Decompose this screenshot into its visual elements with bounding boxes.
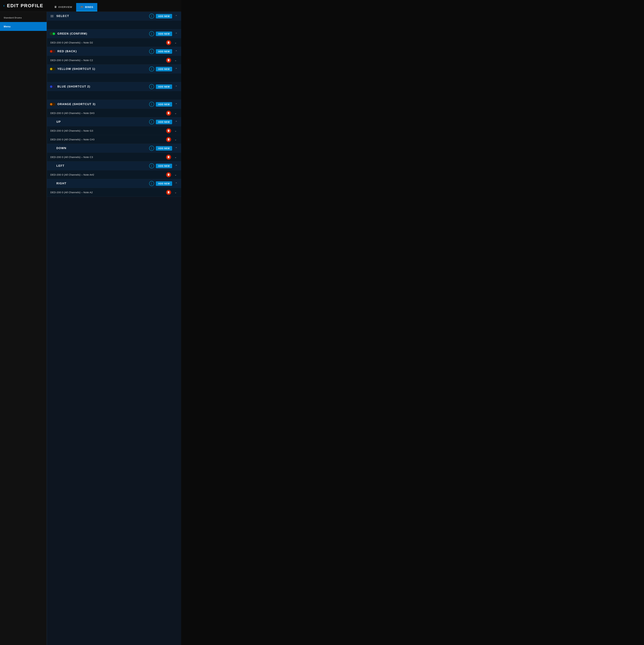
- section-title-select: SELECT: [56, 14, 147, 18]
- add-new-button-left[interactable]: ADD NEW: [156, 164, 172, 168]
- bind-label: DED-200 0 (All Channels) – Note D#3: [50, 112, 164, 115]
- options-dots-icon: [151, 68, 152, 70]
- section-header-select[interactable]: SELECT ADD NEW ⌃: [47, 12, 181, 20]
- empty-row-blue-shortcut2: [47, 91, 181, 100]
- options-button-left[interactable]: [149, 163, 154, 168]
- section-actions-red-back: ADD NEW ⌃: [149, 49, 179, 54]
- tab-overview[interactable]: 🖥 OVERVIEW: [50, 3, 76, 11]
- section-header-blue-shortcut2[interactable]: BLUE (SHORTCUT 2) ADD NEW ⌃: [47, 82, 181, 91]
- add-new-button-red-back[interactable]: ADD NEW: [156, 49, 172, 54]
- section-header-up[interactable]: UP ADD NEW ⌃: [47, 118, 181, 126]
- tab-overview-label: OVERVIEW: [58, 6, 72, 8]
- section-header-green-confirm[interactable]: GREEN (CONFIRM) ADD NEW ⌃: [47, 29, 181, 38]
- collapse-button-red-back[interactable]: ⌃: [174, 49, 179, 54]
- page-title: EDIT PROFILE: [7, 3, 43, 8]
- section-title-orange-shortcut3: ORANGE (SHORTCUT 3): [57, 102, 147, 106]
- collapse-button-yellow-shortcut1[interactable]: ⌃: [174, 67, 179, 71]
- section-actions-down: ADD NEW ⌃: [149, 146, 179, 151]
- collapse-button-select[interactable]: ⌃: [174, 14, 179, 18]
- delete-button[interactable]: 🗑: [166, 172, 171, 177]
- expand-button[interactable]: ⌄: [173, 58, 178, 63]
- section-header-left[interactable]: LEFT ADD NEW ⌃: [47, 162, 181, 170]
- sidebar: Standard Drums Menu: [0, 12, 47, 645]
- delete-button[interactable]: 🗑: [166, 128, 171, 133]
- add-new-button-yellow-shortcut1[interactable]: ADD NEW: [156, 67, 172, 71]
- expand-button[interactable]: ⌄: [173, 129, 178, 133]
- collapse-button-up[interactable]: ⌃: [174, 120, 179, 124]
- section-yellow-shortcut1: YELLOW (SHORTCUT 1) ADD NEW ⌃: [47, 65, 181, 82]
- add-new-button-select[interactable]: ADD NEW: [156, 14, 172, 18]
- back-button[interactable]: ‹: [3, 4, 5, 8]
- section-header-orange-shortcut3[interactable]: ORANGE (SHORTCUT 3) ADD NEW ⌃: [47, 100, 181, 109]
- section-left: LEFT ADD NEW ⌃ DED-200 0 (All Channels) …: [47, 162, 181, 179]
- bind-label: DED-200 0 (All Channels) – Note A2: [50, 191, 164, 194]
- sidebar-section-title: Standard Drums: [0, 13, 47, 22]
- add-new-button-blue-shortcut2[interactable]: ADD NEW: [156, 84, 172, 89]
- delete-button[interactable]: 🗑: [166, 58, 171, 63]
- delete-button[interactable]: 🗑: [166, 190, 171, 195]
- collapse-button-green-confirm[interactable]: ⌃: [174, 31, 179, 36]
- options-dots-icon: [151, 33, 152, 35]
- collapse-button-down[interactable]: ⌃: [174, 146, 179, 151]
- expand-button[interactable]: ⌄: [173, 137, 178, 142]
- empty-row-select: [47, 20, 181, 29]
- delete-button[interactable]: 🗑: [166, 111, 171, 116]
- section-actions-select: ADD NEW ⌃: [149, 14, 179, 19]
- options-dots-icon: [151, 85, 152, 88]
- add-new-button-orange-shortcut3[interactable]: ADD NEW: [156, 102, 172, 106]
- expand-button[interactable]: ⌄: [173, 190, 178, 195]
- bind-label: DED-200 0 (All Channels) – Note C#3: [50, 138, 164, 141]
- layout: Standard Drums Menu SELECT ADD NEW ⌃: [0, 12, 181, 645]
- collapse-button-orange-shortcut3[interactable]: ⌃: [174, 102, 179, 106]
- section-actions-left: ADD NEW ⌃: [149, 163, 179, 168]
- add-new-button-green-confirm[interactable]: ADD NEW: [156, 32, 172, 36]
- section-title-green-confirm: GREEN (CONFIRM): [57, 32, 147, 35]
- toggle-icon-toggle-green: [50, 32, 55, 35]
- options-button-orange-shortcut3[interactable]: [149, 102, 154, 107]
- options-button-green-confirm[interactable]: [149, 31, 154, 36]
- section-title-red-back: RED (BACK): [57, 50, 147, 53]
- section-orange-shortcut3: ORANGE (SHORTCUT 3) ADD NEW ⌃ DED-200 0 …: [47, 100, 181, 118]
- nav-tabs: 🖥 OVERVIEW 🎮 BINDS: [50, 0, 97, 11]
- header: ‹ EDIT PROFILE 🖥 OVERVIEW 🎮 BINDS: [0, 0, 181, 12]
- delete-button[interactable]: 🗑: [166, 137, 171, 142]
- options-button-yellow-shortcut1[interactable]: [149, 66, 154, 71]
- section-actions-yellow-shortcut1: ADD NEW ⌃: [149, 66, 179, 71]
- delete-button[interactable]: 🗑: [166, 40, 171, 45]
- add-new-button-up[interactable]: ADD NEW: [156, 120, 172, 124]
- tab-binds-label: BINDS: [85, 6, 93, 8]
- no-icon: [50, 164, 54, 168]
- section-header-red-back[interactable]: RED (BACK) ADD NEW ⌃: [47, 47, 181, 56]
- bind-row: DED-200 0 (All Channels) – Note C2 🗑 ⌄: [47, 56, 181, 64]
- section-header-right[interactable]: RIGHT ADD NEW ⌃: [47, 179, 181, 188]
- delete-button[interactable]: 🗑: [166, 155, 171, 160]
- expand-button[interactable]: ⌄: [173, 172, 178, 177]
- sidebar-item-menu[interactable]: Menu: [0, 22, 47, 31]
- expand-button[interactable]: ⌄: [173, 111, 178, 116]
- tab-binds[interactable]: 🎮 BINDS: [76, 3, 97, 11]
- add-new-button-right[interactable]: ADD NEW: [156, 181, 172, 186]
- options-button-down[interactable]: [149, 146, 154, 151]
- toggle-icon-toggle-red: [50, 50, 55, 53]
- options-dots-icon: [151, 15, 152, 17]
- options-button-red-back[interactable]: [149, 49, 154, 54]
- bind-row: DED-200 0 (All Channels) – Note A2 🗑 ⌄: [47, 188, 181, 197]
- collapse-button-right[interactable]: ⌃: [174, 181, 179, 186]
- toggle-icon-toggle-blue: [50, 85, 55, 88]
- options-button-select[interactable]: [149, 14, 154, 19]
- bind-row: DED-200 0 (All Channels) – Note A#2 🗑 ⌄: [47, 170, 181, 179]
- expand-button[interactable]: ⌄: [173, 155, 178, 160]
- section-title-left: LEFT: [56, 164, 147, 168]
- section-header-yellow-shortcut1[interactable]: YELLOW (SHORTCUT 1) ADD NEW ⌃: [47, 65, 181, 73]
- add-new-button-down[interactable]: ADD NEW: [156, 146, 172, 151]
- collapse-button-left[interactable]: ⌃: [174, 164, 179, 168]
- expand-button[interactable]: ⌄: [173, 40, 178, 45]
- bind-label: DED-200 0 (All Channels) – Note D2: [50, 41, 164, 44]
- options-dots-icon: [151, 165, 152, 167]
- options-button-up[interactable]: [149, 120, 154, 125]
- options-button-blue-shortcut2[interactable]: [149, 84, 154, 89]
- options-dots-icon: [151, 183, 152, 185]
- collapse-button-blue-shortcut2[interactable]: ⌃: [174, 84, 179, 89]
- options-button-right[interactable]: [149, 181, 154, 186]
- section-header-down[interactable]: DOWN ADD NEW ⌃: [47, 144, 181, 153]
